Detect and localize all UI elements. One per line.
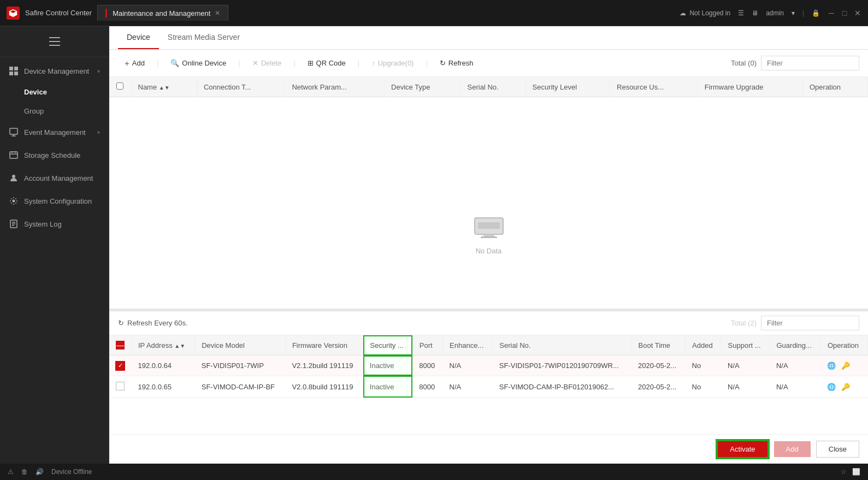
activate-button[interactable]: Activate (717, 440, 768, 458)
lower-table-container: — IP Address ▲▼ Device Model Firmware Ve… (109, 335, 868, 434)
account-management-icon (9, 173, 19, 183)
lower-add-button[interactable]: Add (774, 441, 811, 457)
sidebar-item-system-configuration[interactable]: System Configuration (0, 189, 109, 212)
login-status-text: Not Logged in (689, 9, 730, 17)
title-bar: Safire Control Center Maintenance and Ma… (0, 0, 868, 26)
add-button[interactable]: + Add (118, 55, 151, 71)
refresh-label: Refresh (448, 59, 474, 67)
lower-header-serial: Serial No. (493, 335, 631, 355)
lower-row-1-boot: 2020-05-2... (631, 355, 685, 376)
app-title: Safire Control Center (25, 9, 92, 17)
sidebar-item-storage-schedule[interactable]: Storage Schedule (0, 144, 109, 167)
svg-rect-6 (14, 72, 18, 75)
lower-header-operation: Operation (820, 335, 867, 355)
lower-row-2-checkbox-cell[interactable] (109, 376, 132, 398)
user-arrow-icon[interactable]: ▾ (792, 9, 795, 17)
sidebar-item-device-management[interactable]: Device Management ▾ (0, 60, 109, 82)
upper-header-checkbox[interactable] (109, 77, 131, 97)
lower-row-2-web-icon[interactable]: 🌐 (827, 383, 836, 391)
lower-header-port: Port (412, 335, 442, 355)
upper-header-firmware: Firmware Upgrade (698, 77, 802, 97)
sidebar-item-device[interactable]: Device (0, 82, 109, 102)
device-offline-text: Device Offline (51, 468, 92, 476)
upper-table-header: Name ▲▼ Connection T... Network Param...… (109, 77, 868, 97)
tab-close-icon[interactable]: ✕ (215, 9, 220, 17)
lower-row-1-checkbox-cell[interactable]: ✓ (109, 355, 132, 376)
close-button[interactable]: ✕ (854, 9, 861, 17)
sidebar: Device Management ▾ Device Group Event M… (0, 26, 109, 464)
lower-table: — IP Address ▲▼ Device Model Firmware Ve… (109, 335, 868, 398)
menu-icon[interactable]: ☰ (738, 9, 744, 17)
empty-icon (473, 214, 505, 241)
refresh-icon: ↻ (440, 59, 446, 67)
upper-table-container: Name ▲▼ Connection T... Network Param...… (109, 77, 868, 160)
lower-refresh-label: Refresh Every 60s. (127, 319, 188, 327)
monitor-icon[interactable]: 🖥 (752, 9, 758, 17)
tab-device-label: Device (127, 33, 150, 42)
lower-filter-input[interactable] (761, 316, 859, 330)
title-bar-right: ☁ Not Logged in ☰ 🖥 admin ▾ | 🔒 ─ □ ✕ (680, 9, 861, 17)
event-management-arrow: ▾ (97, 129, 100, 135)
user-name: admin (766, 9, 784, 17)
refresh-button[interactable]: ↻ Refresh (433, 56, 480, 70)
lower-row-1-support: N/A (721, 355, 770, 376)
star-icon: ☆ (841, 468, 847, 476)
sidebar-item-group[interactable]: Group (0, 102, 109, 121)
device-management-icon (9, 66, 19, 76)
minimize-button[interactable]: ─ (828, 9, 835, 17)
upper-total-label: Total (0) (731, 59, 757, 67)
lower-row-2-enhanced: N/A (443, 376, 493, 398)
tab-device[interactable]: Device (118, 26, 159, 49)
upgrade-button[interactable]: ↑ Upgrade(0) (365, 56, 420, 70)
sidebar-item-system-log[interactable]: System Log (0, 212, 109, 235)
close-button[interactable]: Close (816, 441, 859, 458)
lower-header-checkbox[interactable]: — (109, 335, 132, 355)
lower-row-1-serial: SF-VIDISP01-7WIP0120190709WR... (493, 355, 631, 376)
upper-filter-input[interactable] (761, 56, 859, 70)
add-label: Add (132, 59, 145, 67)
lower-header-support: Support ... (721, 335, 770, 355)
lower-header-boot: Boot Time (631, 335, 685, 355)
upper-select-all-checkbox[interactable] (116, 82, 123, 90)
lower-row-1-checkbox[interactable]: ✓ (116, 362, 125, 370)
status-bar-right: ☆ ⬜ (841, 468, 860, 476)
resize-icon: ⬜ (852, 468, 860, 476)
lower-header-model: Device Model (195, 335, 286, 355)
lower-row-1-added: No (686, 355, 722, 376)
tab-title-label: Maintenance and Management (113, 9, 210, 17)
upper-header-name: Name ▲▼ (131, 77, 197, 97)
sidebar-item-account-management[interactable]: Account Management (0, 167, 109, 189)
device-offline-status: Device Offline (51, 468, 92, 476)
delete-button[interactable]: ✕ Delete (246, 56, 288, 70)
content-area: Device Stream Media Server + Add | 🔍 Onl… (109, 26, 868, 464)
sidebar-top (0, 26, 109, 57)
lower-row-1-key-icon[interactable]: 🔑 (841, 362, 850, 370)
lower-row-2-checkbox[interactable] (116, 382, 125, 390)
lower-select-all-checkbox[interactable]: — (116, 341, 125, 349)
tab-stream-media[interactable]: Stream Media Server (159, 26, 249, 49)
lower-row-2-key-icon[interactable]: 🔑 (841, 383, 850, 391)
sidebar-event-label: Event Management (24, 128, 86, 137)
lower-row-2-added: No (686, 376, 722, 398)
warning-icon: ⚠ (8, 468, 14, 476)
online-device-button[interactable]: 🔍 Online Device (164, 56, 233, 70)
sidebar-sysconfig-label: System Configuration (24, 197, 92, 205)
sidebar-toggle-button[interactable] (0, 32, 109, 51)
qr-code-button[interactable]: ⊞ QR Code (301, 56, 352, 70)
maximize-button[interactable]: □ (841, 9, 848, 17)
main-tab[interactable]: Maintenance and Management ✕ (97, 5, 228, 21)
svg-point-15 (13, 200, 15, 203)
app-logo (7, 7, 20, 20)
sidebar-item-event-management[interactable]: Event Management ▾ (0, 121, 109, 144)
sidebar-group-label: Group (24, 107, 44, 115)
svg-rect-4 (14, 67, 18, 70)
lock-icon[interactable]: 🔒 (812, 9, 820, 17)
lower-row-2-guarding: N/A (770, 376, 820, 398)
sidebar-syslog-label: System Log (24, 220, 62, 228)
empty-state: No Data (109, 160, 868, 309)
lower-row-1-web-icon[interactable]: 🌐 (827, 362, 836, 370)
sidebar-device-management-label: Device Management (24, 67, 89, 75)
svg-rect-0 (49, 37, 60, 38)
upper-header-serial: Serial No. (460, 77, 525, 97)
lower-row-2-ip: 192.0.0.65 (132, 376, 195, 398)
